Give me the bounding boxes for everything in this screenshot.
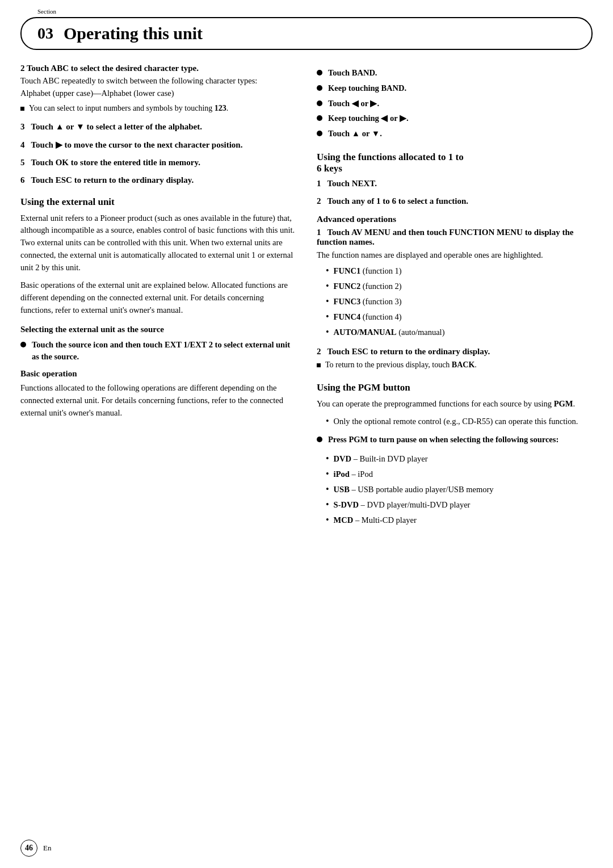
selecting-source-heading: Selecting the external unit as the sourc… (20, 325, 296, 334)
page-content: Section 03 Operating this unit 2 Touch A… (0, 0, 613, 553)
pgm-button-heading: Using the PGM button (317, 382, 593, 393)
bullet-touch-band: Touch BAND. (317, 67, 593, 79)
section-title: Operating this unit (64, 24, 203, 43)
two-column-layout: 2 Touch ABC to select the desired charac… (20, 64, 593, 532)
section-header: Section 03 Operating this unit (20, 17, 593, 50)
section-label: Section (37, 8, 56, 15)
step-2-note-item: You can select to input numbers and symb… (20, 102, 296, 114)
advanced-ops-heading: Advanced operations (317, 214, 593, 224)
pgm-source-sdvd-text: S-DVD – DVD player/multi-DVD player (334, 499, 471, 511)
step-3: 3 Touch ▲ or ▼ to select a letter of the… (20, 122, 296, 132)
func-step-1-heading: 1 Touch NEXT. (317, 179, 593, 188)
pgm-source-usb-text: USB – USB portable audio player/USB memo… (334, 484, 494, 496)
bullet-keep-touching-band: Keep touching BAND. (317, 82, 593, 95)
functions-1-6-heading: Using the functions allocated to 1 to6 k… (317, 152, 593, 174)
adv-step-2-note-text: To return to the previous display, touch… (325, 359, 477, 371)
step-4-heading: 4 Touch ▶ to move the cursor to the next… (20, 140, 296, 150)
sq-bullet-icon (20, 107, 24, 111)
bullet-icon (317, 437, 322, 442)
external-unit-body1: External unit refers to a Pioneer produc… (20, 212, 296, 274)
step-6: 6 Touch ESC to return to the ordinary di… (20, 175, 296, 185)
touch-lr-label: Touch ◀ or ▶. (328, 98, 379, 110)
func-list: FUNC1 (function 1) FUNC2 (function 2) FU… (326, 264, 593, 339)
pgm-body: You can operate the preprogrammed functi… (317, 398, 593, 410)
func-step-1: 1 Touch NEXT. (317, 179, 593, 188)
pgm-sources-list: DVD – Built-in DVD player iPod – iPod US… (326, 452, 593, 527)
func4-item: FUNC4 (function 4) (326, 310, 593, 324)
step-5-heading: 5 Touch OK to store the entered title in… (20, 158, 296, 167)
bullet-icon (317, 100, 322, 106)
step-2-types: Alphabet (upper case)—Alphabet (lower ca… (20, 87, 296, 100)
func4-label: FUNC4 (function 4) (334, 311, 402, 324)
sq-bullet-icon (317, 363, 321, 367)
adv-step-1: 1 Touch AV MENU and then touch FUNCTION … (317, 228, 593, 339)
selecting-source-bullets: Touch the source icon and then touch EXT… (20, 339, 296, 364)
page-number: 46 (20, 840, 37, 857)
func1-item: FUNC1 (function 1) (326, 264, 593, 278)
pgm-press-label: Press PGM to turn pause on when selectin… (328, 434, 559, 446)
section-number: 03 (37, 24, 53, 43)
keep-touching-lr-label: Keep touching ◀ or ▶. (328, 112, 409, 125)
step-5: 5 Touch OK to store the entered title in… (20, 158, 296, 167)
lang-label: En (43, 844, 51, 853)
keep-touching-band-label: Keep touching BAND. (328, 82, 406, 95)
pgm-source-dvd-text: DVD – Built-in DVD player (334, 453, 428, 466)
adv-step-2: 2 Touch ESC to return to the ordinary di… (317, 347, 593, 371)
basic-operation-body: Functions allocated to the following ope… (20, 382, 296, 419)
bullet-icon (317, 85, 322, 91)
bullet-keep-touching-lr: Keep touching ◀ or ▶. (317, 112, 593, 125)
step-2-heading: 2 Touch ABC to select the desired charac… (20, 64, 296, 73)
func-step-2: 2 Touch any of 1 to 6 to select a functi… (317, 196, 593, 206)
adv-step-2-note-item: To return to the previous display, touch… (317, 359, 593, 371)
step-2-note-list: You can select to input numbers and symb… (20, 102, 296, 114)
func-auto-manual-label: AUTO/MANUAL (auto/manual) (334, 326, 445, 339)
pgm-press-item: Press PGM to turn pause on when selectin… (317, 434, 593, 446)
step-4: 4 Touch ▶ to move the cursor to the next… (20, 140, 296, 150)
func2-item: FUNC2 (function 2) (326, 279, 593, 293)
bullet-circle-icon (20, 342, 26, 347)
basic-operation-heading: Basic operation (20, 369, 296, 379)
func-step-2-heading: 2 Touch any of 1 to 6 to select a functi… (317, 196, 593, 206)
adv-step-1-body: The function names are displayed and ope… (317, 249, 593, 262)
pgm-source-ipod: iPod – iPod (326, 467, 593, 481)
external-unit-body2: Basic operations of the external unit ar… (20, 279, 296, 316)
bullet-icon (317, 131, 322, 136)
func1-label: FUNC1 (function 1) (334, 265, 402, 278)
step-3-heading: 3 Touch ▲ or ▼ to select a letter of the… (20, 122, 296, 132)
touch-band-label: Touch BAND. (328, 67, 377, 79)
pgm-source-ipod-text: iPod – iPod (334, 468, 373, 481)
func3-label: FUNC3 (function 3) (334, 296, 402, 308)
func3-item: FUNC3 (function 3) (326, 295, 593, 308)
pgm-source-sdvd: S-DVD – DVD player/multi-DVD player (326, 498, 593, 511)
bullet-icon (317, 115, 322, 121)
right-top-bullets: Touch BAND. Keep touching BAND. Touch ◀ … (317, 67, 593, 140)
pgm-press-list: Press PGM to turn pause on when selectin… (317, 434, 593, 446)
pgm-source-mcd: MCD – Multi-CD player (326, 513, 593, 527)
pgm-source-mcd-text: MCD – Multi-CD player (334, 514, 417, 527)
external-unit-heading: Using the external unit (20, 196, 296, 208)
left-column: 2 Touch ABC to select the desired charac… (20, 64, 296, 532)
pgm-note-list: Only the optional remote control (e.g., … (326, 414, 593, 428)
adv-step-2-heading: 2 Touch ESC to return to the ordinary di… (317, 347, 593, 357)
bullet-icon (317, 70, 322, 76)
step-6-heading: 6 Touch ESC to return to the ordinary di… (20, 175, 296, 185)
bullet-touch-lr: Touch ◀ or ▶. (317, 98, 593, 110)
adv-step-1-heading: 1 Touch AV MENU and then touch FUNCTION … (317, 228, 593, 247)
touch-ud-label: Touch ▲ or ▼. (328, 128, 382, 140)
bullet-touch-ud: Touch ▲ or ▼. (317, 128, 593, 140)
step-2-note-text: You can select to input numbers and symb… (29, 102, 228, 114)
func-auto-manual-item: AUTO/MANUAL (auto/manual) (326, 325, 593, 339)
selecting-source-item: Touch the source icon and then touch EXT… (20, 339, 296, 364)
right-column: Touch BAND. Keep touching BAND. Touch ◀ … (317, 64, 593, 532)
func2-label: FUNC2 (function 2) (334, 280, 402, 293)
adv-step-2-note: To return to the previous display, touch… (317, 359, 593, 371)
step-2-body: Touch ABC repeatedly to switch between t… (20, 75, 296, 87)
step-2: 2 Touch ABC to select the desired charac… (20, 64, 296, 114)
selecting-source-text: Touch the source icon and then touch EXT… (32, 339, 296, 364)
pgm-note-item: Only the optional remote control (e.g., … (326, 414, 593, 428)
pgm-source-usb: USB – USB portable audio player/USB memo… (326, 483, 593, 496)
pgm-note-text: Only the optional remote control (e.g., … (334, 416, 578, 428)
page-footer: 46 En (20, 840, 51, 857)
pgm-source-dvd: DVD – Built-in DVD player (326, 452, 593, 466)
